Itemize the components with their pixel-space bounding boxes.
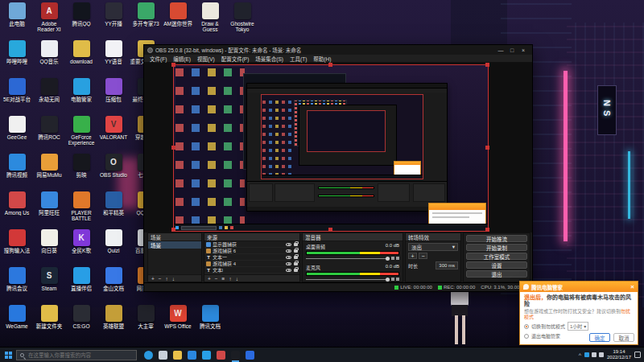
desktop-icon[interactable]: 阿里旺旺 [34, 191, 64, 227]
duration-spinbox[interactable]: 300 ms [436, 261, 458, 269]
sources-dock-title[interactable]: 来源 [204, 233, 299, 241]
desktop-icon[interactable]: 大主宰 [130, 305, 161, 340]
move-source-down-icon[interactable]: ↓ [236, 276, 238, 282]
obs-menu-item[interactable]: 帮助(H) [310, 55, 334, 63]
desktop-icon[interactable]: 腾讯文档 [195, 305, 225, 340]
desktop-icon[interactable]: 直播伴侣 [66, 267, 97, 302]
desktop-icon[interactable]: YY开播 [98, 2, 129, 38]
desktop-icon[interactable]: 腾讯视频 [2, 154, 32, 189]
selection-handle[interactable] [485, 146, 489, 150]
slider-knob[interactable] [386, 278, 390, 282]
start-recording-button[interactable]: 开始录制 [466, 244, 527, 251]
obs-studio-taskbar-icon[interactable] [231, 351, 240, 360]
obs-menu-item[interactable]: 文件(F) [147, 55, 170, 63]
desktop-icon[interactable]: VVALORANT [98, 116, 129, 151]
desktop-icon[interactable]: OOBS Studio [98, 154, 129, 189]
desktop-icon[interactable]: 金山文档 [98, 267, 129, 302]
remove-scene-icon[interactable]: − [159, 276, 162, 282]
desktop-icon[interactable]: GeForce Experience [66, 116, 97, 151]
move-scene-up-icon[interactable]: ↑ [166, 276, 168, 282]
visibility-eye-icon[interactable] [286, 269, 291, 272]
mixer-dock-title[interactable]: 混音器 [303, 233, 402, 241]
close-icon[interactable]: × [518, 45, 529, 55]
visibility-eye-icon[interactable] [286, 249, 291, 253]
desktop-icon[interactable]: CS:GO [66, 305, 97, 340]
volume-slider[interactable] [306, 277, 399, 282]
lock-icon[interactable] [294, 243, 298, 246]
desktop-icon[interactable]: 多开专家73 [130, 2, 161, 38]
start-button[interactable] [0, 348, 16, 362]
pc-manager-tray-icon[interactable] [584, 352, 589, 357]
obs-menu-item[interactable]: 工具(T) [287, 55, 310, 63]
radio-icon-selected[interactable] [524, 324, 529, 329]
search-input[interactable] [27, 352, 133, 359]
desktop-icon[interactable]: 腾讯ROC [34, 116, 64, 151]
obs-menu-item[interactable]: 场景集合(S) [252, 55, 287, 63]
remove-source-icon[interactable]: − [215, 276, 218, 282]
minimize-icon[interactable]: — [495, 45, 506, 55]
maximize-icon[interactable]: □ [506, 45, 518, 55]
desktop-icon[interactable]: AM迷你世界 [163, 2, 193, 38]
add-source-icon[interactable]: + [208, 276, 211, 282]
obs-menu-item[interactable]: 视图(V) [194, 55, 218, 63]
desktop-icon[interactable]: 英雄联盟 [98, 305, 129, 340]
remove-transition-icon[interactable]: − [419, 253, 427, 259]
selection-handle[interactable] [171, 228, 175, 232]
video-player-taskbar-icon[interactable] [217, 351, 225, 360]
desktop-icon[interactable]: 腾讯QQ [66, 2, 97, 38]
selection-handle[interactable] [171, 63, 175, 67]
source-properties-icon[interactable]: ≡ [222, 276, 225, 282]
desktop-icon[interactable]: WeGame [2, 305, 32, 340]
radio-icon[interactable] [524, 334, 529, 339]
taskbar-search-box[interactable] [16, 350, 137, 360]
desktop-icon[interactable]: Ghostwire Tokyo [227, 2, 258, 38]
selection-handle[interactable] [485, 63, 489, 67]
dnd-duration-select[interactable]: 1小时 ▾ [568, 322, 588, 331]
desktop-icon[interactable]: WWPS Office [163, 305, 193, 340]
display-capture-source[interactable] [174, 65, 488, 231]
cortana-taskbar-icon[interactable] [144, 351, 153, 360]
desktop-icon[interactable]: download [66, 40, 97, 76]
visibility-eye-icon[interactable] [286, 262, 291, 265]
taskbar-clock[interactable]: 19:14 2022/12/17 [607, 349, 631, 360]
source-row[interactable]: T文本l [204, 267, 299, 274]
file-explorer-taskbar-icon[interactable] [173, 351, 182, 360]
desktop-icon[interactable]: 剪映 [66, 154, 97, 189]
desktop-icon[interactable]: 新建文件夹 [34, 305, 64, 340]
desktop-icon[interactable]: 向日葵 [34, 229, 64, 265]
desktop-icon[interactable]: 5E对战平台 [2, 78, 32, 113]
obs-titlebar[interactable]: OBS 25.0.8 (32-bit, windows) - 配置文件: 未命名… [144, 45, 532, 55]
desktop-icon[interactable]: 永劫无间 [34, 78, 64, 113]
studio-mode-button[interactable]: 工作室模式 [466, 253, 527, 260]
popup-close-icon[interactable]: × [630, 284, 634, 290]
move-scene-down-icon[interactable]: ↓ [172, 276, 175, 282]
desktop-icon[interactable]: K全民K歌 [66, 229, 97, 265]
wegame-taskbar-icon[interactable] [246, 351, 254, 360]
add-scene-icon[interactable]: + [151, 276, 155, 282]
store-taskbar-icon[interactable] [202, 351, 211, 360]
desktop-icon[interactable]: 哔哩哔哩 [2, 40, 32, 76]
scenes-dock-title[interactable]: 场景 [148, 233, 201, 241]
speaker-icon[interactable] [391, 257, 394, 260]
selection-handle[interactable] [328, 63, 332, 67]
gear-icon[interactable] [396, 278, 399, 281]
lock-icon[interactable] [294, 249, 298, 253]
visibility-eye-icon[interactable] [286, 256, 291, 259]
add-transition-icon[interactable]: + [408, 253, 417, 259]
selection-handle[interactable] [485, 228, 489, 232]
desktop-icon[interactable]: Among Us [2, 191, 32, 227]
exit-button[interactable]: 退出 [466, 270, 527, 278]
visibility-eye-icon[interactable] [286, 243, 291, 246]
ok-button[interactable]: 确定 [589, 333, 610, 342]
obs-menu-item[interactable]: 编辑(E) [170, 55, 194, 63]
desktop-icon[interactable]: 搜狗输入法 [2, 229, 32, 265]
desktop-icon[interactable]: Quizl [98, 229, 129, 265]
gear-icon[interactable] [396, 257, 399, 260]
selection-handle[interactable] [171, 146, 175, 150]
transition-select[interactable]: 淡出 ▾ [408, 243, 458, 251]
cancel-button[interactable]: 取消 [613, 333, 634, 342]
desktop-icon[interactable]: GeeGee [2, 116, 32, 151]
lock-icon[interactable] [294, 269, 298, 272]
action-center-icon[interactable] [634, 352, 641, 358]
volume-slider[interactable] [306, 256, 399, 261]
